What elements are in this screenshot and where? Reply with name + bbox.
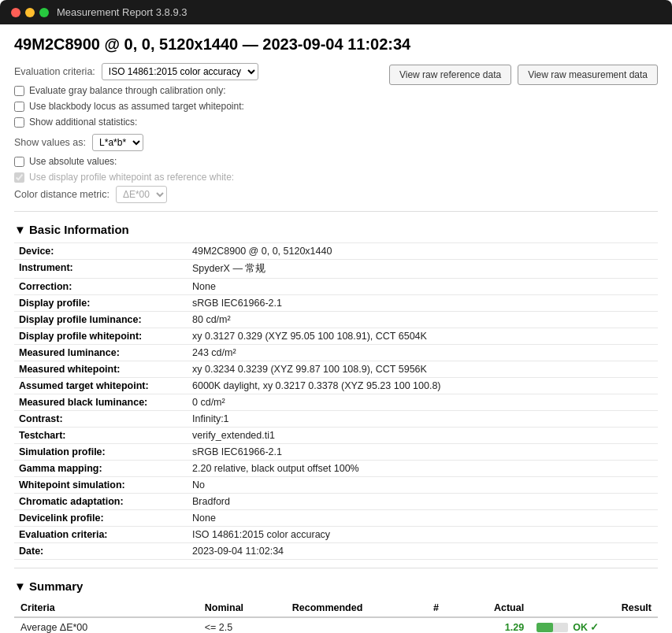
info-label: Gamma mapping: [14, 461, 187, 477]
info-table-row: Measured whitepoint: xy 0.3234 0.3239 (X… [14, 361, 658, 378]
info-label: Display profile luminance: [14, 312, 187, 328]
info-label: Assumed target whitepoint: [14, 378, 187, 394]
view-raw-meas-button[interactable]: View raw measurement data [518, 65, 658, 85]
summary-criteria: Average ΔE*00 [14, 617, 199, 633]
summary-nominal: <= 2.5 [199, 617, 286, 633]
info-value: 0 cd/m² [187, 394, 658, 411]
info-table-row: Display profile: sRGB IEC61966-2.1 [14, 295, 658, 312]
blackbody-checkbox[interactable] [14, 102, 24, 112]
show-values-row: Show values as: L*a*b* XYZ xyY [14, 134, 258, 151]
page-title: 49M2C8900 @ 0, 0, 5120x1440 — 2023-09-04… [14, 35, 658, 54]
close-button[interactable] [11, 8, 20, 17]
info-table-row: Chromatic adaptation: Bradford [14, 494, 658, 510]
info-value: 2023-09-04 11:02:34 [187, 543, 658, 560]
info-value: Infinity:1 [187, 411, 658, 428]
info-value: ISO 14861:2015 color accuracy [187, 527, 658, 543]
evaluation-criteria-row: Evaluation criteria: ISO 14861:2015 colo… [14, 63, 258, 80]
divider-1 [14, 211, 658, 212]
display-profile-label: Use display profile whitepoint as refere… [29, 172, 234, 183]
info-table-row: Assumed target whitepoint: 6000K dayligh… [14, 378, 658, 394]
info-table-row: Measured black luminance: 0 cd/m² [14, 394, 658, 411]
maximize-button[interactable] [39, 8, 49, 17]
absolute-values-row: Use absolute values: [14, 156, 258, 167]
info-label: Display profile: [14, 295, 187, 312]
info-value: sRGB IEC61966-2.1 [187, 444, 658, 461]
result-ok-text: OK ✓ [573, 621, 599, 633]
info-label: Chromatic adaptation: [14, 494, 187, 510]
summary-actual: 1.29 [458, 617, 530, 633]
display-profile-checkbox [14, 172, 24, 183]
color-distance-row: Color distance metric: ΔE*00 ΔE*76 ΔE*94 [14, 186, 258, 203]
controls-right: View raw reference data View raw measure… [389, 65, 658, 85]
info-label: Correction: [14, 279, 187, 295]
info-table-row: Evaluation criteria: ISO 14861:2015 colo… [14, 527, 658, 543]
window-title: Measurement Report 3.8.9.3 [57, 6, 187, 18]
summary-table: Criteria Nominal Recommended # Actual Re… [14, 599, 658, 633]
info-table-row: Date: 2023-09-04 11:02:34 [14, 543, 658, 560]
summary-result: OK ✓ [530, 617, 658, 633]
info-table-row: Contrast: Infinity:1 [14, 411, 658, 428]
info-value: sRGB IEC61966-2.1 [187, 295, 658, 312]
info-label: Devicelink profile: [14, 510, 187, 527]
summary-col-recommended: Recommended [286, 599, 427, 617]
evaluation-criteria-select[interactable]: ISO 14861:2015 color accuracy Custom [102, 63, 258, 80]
gray-balance-label: Evaluate gray balance through calibratio… [29, 85, 226, 96]
view-raw-ref-button[interactable]: View raw reference data [389, 65, 511, 85]
info-value: 6000K daylight, xy 0.3217 0.3378 (XYZ 95… [187, 378, 658, 394]
info-value: 49M2C8900 @ 0, 0, 5120x1440 [187, 243, 658, 260]
info-value: SpyderX — 常规 [187, 260, 658, 279]
divider-2 [14, 568, 658, 568]
info-value: xy 0.3234 0.3239 (XYZ 99.87 100 108.9), … [187, 361, 658, 378]
info-label: Display profile whitepoint: [14, 328, 187, 345]
blackbody-label: Use blackbody locus as assumed target wh… [29, 101, 244, 112]
basic-info-header: ▼ Basic Information [14, 223, 658, 236]
summary-col-count: # [427, 599, 458, 617]
info-value: 80 cd/m² [187, 312, 658, 328]
info-value: verify_extended.ti1 [187, 428, 658, 444]
gray-balance-checkbox[interactable] [14, 86, 24, 96]
info-value: None [187, 279, 658, 295]
additional-stats-checkbox[interactable] [14, 117, 24, 128]
absolute-values-label: Use absolute values: [29, 156, 117, 167]
summary-table-row: Average ΔE*00 <= 2.5 1.29 OK ✓ [14, 617, 658, 633]
info-label: Simulation profile: [14, 444, 187, 461]
controls-left: Evaluation criteria: ISO 14861:2015 colo… [14, 63, 258, 203]
result-bar-fill [536, 623, 553, 632]
info-value: 243 cd/m² [187, 345, 658, 361]
controls-area: Evaluation criteria: ISO 14861:2015 colo… [14, 63, 658, 203]
additional-stats-row: Show additional statistics: [14, 117, 258, 128]
summary-col-nominal: Nominal [199, 599, 286, 617]
summary-col-result: Result [530, 599, 658, 617]
absolute-values-checkbox[interactable] [14, 157, 24, 167]
info-table-row: Device: 49M2C8900 @ 0, 0, 5120x1440 [14, 243, 658, 260]
additional-stats-label: Show additional statistics: [29, 117, 137, 128]
basic-info-table: Device: 49M2C8900 @ 0, 0, 5120x1440 Inst… [14, 242, 658, 560]
info-table-row: Display profile luminance: 80 cd/m² [14, 312, 658, 328]
color-distance-select[interactable]: ΔE*00 ΔE*76 ΔE*94 [116, 186, 167, 203]
evaluation-criteria-label: Evaluation criteria: [14, 66, 95, 77]
info-value: None [187, 510, 658, 527]
show-values-select[interactable]: L*a*b* XYZ xyY [92, 134, 143, 151]
info-table-row: Instrument: SpyderX — 常规 [14, 260, 658, 279]
info-label: Contrast: [14, 411, 187, 428]
info-label: Instrument: [14, 260, 187, 279]
result-bar-cell: OK ✓ [536, 621, 652, 633]
info-label: Measured black luminance: [14, 394, 187, 411]
info-label: Date: [14, 543, 187, 560]
info-value: No [187, 477, 658, 494]
traffic-lights [11, 8, 49, 17]
info-label: Measured whitepoint: [14, 361, 187, 378]
summary-recommended [286, 617, 427, 633]
gray-balance-row: Evaluate gray balance through calibratio… [14, 85, 258, 96]
info-label: Evaluation criteria: [14, 527, 187, 543]
display-profile-row: Use display profile whitepoint as refere… [14, 172, 258, 183]
minimize-button[interactable] [25, 8, 35, 17]
info-table-row: Correction: None [14, 279, 658, 295]
blackbody-row: Use blackbody locus as assumed target wh… [14, 101, 258, 112]
info-table-row: Measured luminance: 243 cd/m² [14, 345, 658, 361]
color-distance-label: Color distance metric: [14, 189, 110, 200]
info-table-row: Display profile whitepoint: xy 0.3127 0.… [14, 328, 658, 345]
info-table-row: Testchart: verify_extended.ti1 [14, 428, 658, 444]
info-label: Device: [14, 243, 187, 260]
summary-col-actual: Actual [458, 599, 530, 617]
